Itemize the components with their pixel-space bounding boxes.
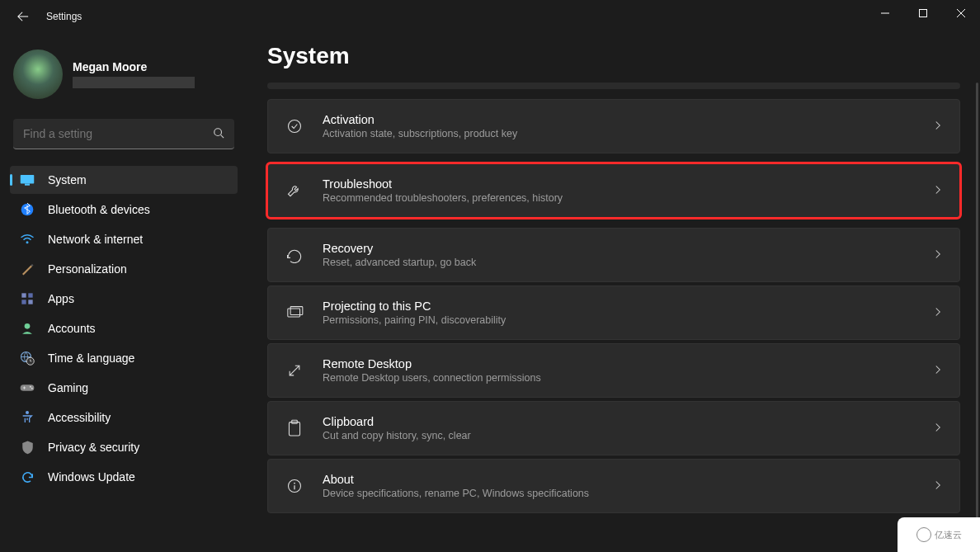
nav-item-windows-update[interactable]: Windows Update bbox=[10, 463, 238, 491]
arrow-left-icon bbox=[17, 11, 29, 22]
nav-item-apps[interactable]: Apps bbox=[10, 285, 238, 313]
nav-item-privacy-security[interactable]: Privacy & security bbox=[10, 433, 238, 461]
shield-icon bbox=[20, 440, 35, 455]
svg-point-18 bbox=[30, 386, 31, 388]
nav-item-accessibility[interactable]: Accessibility bbox=[10, 403, 238, 432]
nav-item-label: Gaming bbox=[48, 381, 88, 394]
nav-item-label: System bbox=[48, 173, 87, 186]
chevron-right-icon bbox=[933, 248, 943, 262]
nav-item-system[interactable]: System bbox=[10, 166, 238, 194]
search-input[interactable] bbox=[13, 119, 234, 149]
card-title: Troubleshoot bbox=[323, 177, 933, 191]
card-title: Projecting to this PC bbox=[323, 300, 933, 313]
svg-rect-7 bbox=[25, 184, 30, 186]
nav-item-label: Apps bbox=[48, 292, 74, 305]
gamepad-icon bbox=[20, 380, 35, 395]
card-desc: Permissions, pairing PIN, discoverabilit… bbox=[323, 314, 933, 326]
card-desc: Cut and copy history, sync, clear bbox=[323, 430, 933, 441]
nav-item-accounts[interactable]: Accounts bbox=[10, 314, 238, 342]
svg-line-5 bbox=[221, 134, 224, 138]
brush-icon bbox=[20, 262, 35, 276]
nav-item-label: Network & internet bbox=[48, 233, 143, 246]
nav-item-network-internet[interactable]: Network & internet bbox=[10, 225, 238, 253]
nav-item-gaming[interactable]: Gaming bbox=[10, 374, 238, 402]
monitor-icon bbox=[20, 172, 35, 187]
svg-rect-13 bbox=[28, 300, 32, 304]
nav-item-personalization[interactable]: Personalization bbox=[10, 255, 238, 283]
svg-point-21 bbox=[289, 120, 301, 133]
checkmark-circle-icon bbox=[285, 116, 304, 136]
page-title: System bbox=[267, 43, 960, 69]
project-icon bbox=[285, 303, 304, 323]
card-desc: Device specifications, rename PC, Window… bbox=[323, 488, 933, 499]
svg-rect-24 bbox=[289, 422, 299, 436]
chevron-right-icon bbox=[933, 183, 943, 198]
user-block[interactable]: Megan Moore bbox=[7, 43, 241, 112]
card-about[interactable]: About Device specifications, rename PC, … bbox=[267, 459, 960, 513]
watermark: 亿速云 bbox=[898, 517, 980, 552]
main-panel: System Activation Activation state, subs… bbox=[247, 33, 980, 552]
nav-item-time-language[interactable]: Time & language bbox=[10, 344, 238, 372]
nav-item-label: Time & language bbox=[48, 351, 134, 365]
svg-rect-6 bbox=[21, 175, 35, 184]
window-title: Settings bbox=[46, 11, 82, 22]
svg-point-9 bbox=[26, 241, 29, 243]
window-controls bbox=[866, 0, 980, 26]
nav-item-label: Personalization bbox=[48, 262, 127, 276]
titlebar: Settings bbox=[0, 0, 980, 33]
scrollbar[interactable] bbox=[976, 83, 978, 535]
svg-rect-10 bbox=[21, 293, 26, 297]
close-icon bbox=[957, 9, 965, 17]
svg-point-28 bbox=[294, 483, 295, 484]
nav-item-label: Windows Update bbox=[48, 470, 135, 484]
user-name: Megan Moore bbox=[73, 60, 195, 73]
svg-rect-12 bbox=[21, 300, 26, 304]
watermark-text: 亿速云 bbox=[935, 529, 962, 541]
avatar bbox=[13, 50, 63, 99]
card-desc: Remote Desktop users, connection permiss… bbox=[323, 372, 933, 384]
scroll-header-bar bbox=[267, 83, 960, 89]
minimize-icon bbox=[881, 9, 889, 17]
card-title: About bbox=[323, 473, 933, 486]
close-button[interactable] bbox=[942, 0, 980, 26]
chevron-right-icon bbox=[933, 363, 943, 378]
card-title: Recovery bbox=[323, 242, 933, 255]
remote-icon bbox=[285, 361, 304, 380]
svg-point-14 bbox=[25, 323, 31, 329]
svg-point-4 bbox=[214, 128, 222, 135]
wifi-icon bbox=[20, 232, 35, 247]
card-title: Remote Desktop bbox=[323, 357, 933, 370]
nav-item-bluetooth-devices[interactable]: Bluetooth & devices bbox=[10, 196, 238, 224]
user-email-redacted bbox=[73, 77, 195, 88]
chevron-right-icon bbox=[933, 421, 943, 436]
nav-item-label: Privacy & security bbox=[48, 441, 139, 454]
clipboard-icon bbox=[285, 418, 304, 438]
card-desc: Activation state, subscriptions, product… bbox=[323, 128, 933, 139]
card-recovery[interactable]: Recovery Reset, advanced startup, go bac… bbox=[267, 228, 960, 282]
card-projecting-to-this-pc[interactable]: Projecting to this PC Permissions, pairi… bbox=[267, 285, 960, 340]
cloud-icon bbox=[916, 527, 931, 542]
minimize-button[interactable] bbox=[866, 0, 904, 26]
svg-point-19 bbox=[31, 388, 33, 389]
card-desc: Recommended troubleshooters, preferences… bbox=[323, 192, 933, 204]
apps-icon bbox=[20, 291, 35, 306]
maximize-button[interactable] bbox=[904, 0, 942, 26]
card-title: Activation bbox=[323, 113, 933, 126]
recovery-icon bbox=[285, 245, 304, 265]
globe-clock-icon bbox=[20, 351, 35, 366]
card-clipboard[interactable]: Clipboard Cut and copy history, sync, cl… bbox=[267, 401, 960, 455]
chevron-right-icon bbox=[933, 479, 943, 493]
svg-rect-23 bbox=[290, 307, 303, 315]
info-icon bbox=[285, 476, 304, 496]
nav-item-label: Bluetooth & devices bbox=[48, 203, 150, 216]
svg-rect-11 bbox=[28, 293, 32, 297]
svg-point-20 bbox=[26, 411, 29, 414]
nav-item-label: Accounts bbox=[48, 322, 96, 335]
svg-rect-22 bbox=[288, 309, 300, 317]
sync-icon bbox=[20, 469, 35, 484]
card-activation[interactable]: Activation Activation state, subscriptio… bbox=[267, 99, 960, 153]
card-troubleshoot[interactable]: Troubleshoot Recommended troubleshooters… bbox=[267, 163, 960, 218]
person-icon bbox=[20, 321, 35, 336]
back-button[interactable] bbox=[13, 7, 33, 26]
card-remote-desktop[interactable]: Remote Desktop Remote Desktop users, con… bbox=[267, 343, 960, 398]
